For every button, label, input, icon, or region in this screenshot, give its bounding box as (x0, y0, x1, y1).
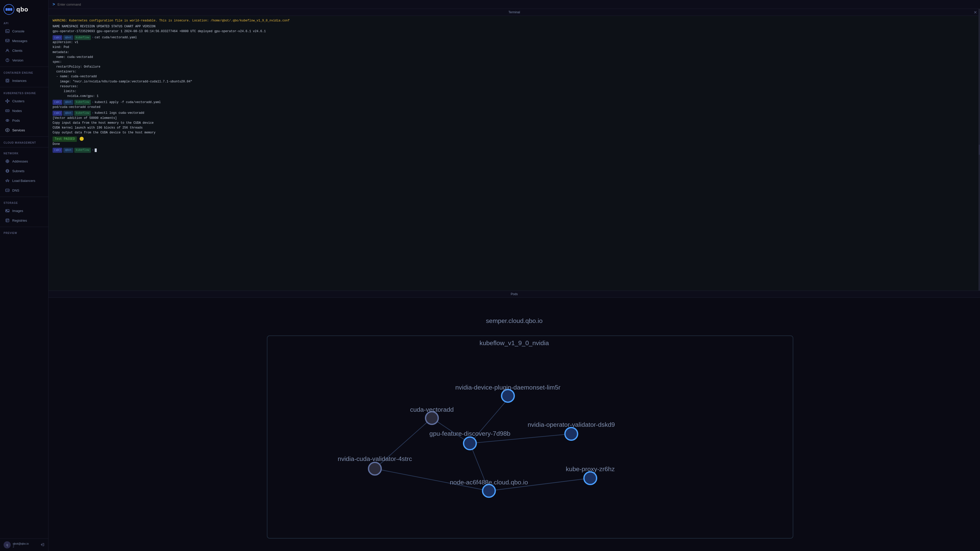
section-storage: STORAGE (0, 198, 48, 206)
terminal-table-header: NAME NAMESPACE REVISION UPDATED STATUS C… (52, 24, 976, 29)
svg-point-17 (9, 101, 10, 102)
section-preview: PREVIEW (0, 229, 48, 236)
cmd2-prompt: (qb) (52, 100, 62, 105)
terminal-header: Terminal ✕ (48, 9, 980, 16)
sidebar-item-label: Nodes (12, 109, 22, 113)
sidebar-item-images[interactable]: Images (2, 206, 47, 215)
sidebar-item-messages[interactable]: Messages (2, 36, 47, 45)
section-api: API (0, 19, 48, 26)
logout-button[interactable] (41, 543, 45, 548)
sidebar-item-label: Clusters (12, 99, 24, 103)
network-graph: semper.cloud.qbo.io kubeflow_v1_9_0_nvid… (48, 298, 980, 551)
lb-icon (5, 178, 10, 183)
sidebar-item-load-balancers[interactable]: Load Balancers (2, 176, 47, 185)
node-nvidia-operator-validator[interactable] (565, 427, 578, 440)
done-text: Done (52, 142, 976, 147)
node-label-gpu-feature: gpu-feature-discovery-7d98b (430, 430, 511, 437)
svg-point-21 (7, 120, 8, 121)
svg-point-23 (7, 130, 8, 130)
svg-point-25 (7, 161, 8, 162)
pods-header: Pods (48, 291, 980, 298)
terminal-resize-handle[interactable] (978, 9, 980, 291)
node-nvidia-cuda-validator[interactable] (369, 462, 381, 475)
status-dot (80, 137, 84, 141)
sidebar-item-label: Clients (12, 49, 22, 52)
log-output: [Vector addition of 50000 elements] Copy… (52, 116, 976, 135)
svg-rect-45 (267, 336, 793, 538)
sidebar-item-addresses[interactable]: Addresses (2, 157, 47, 166)
logo-icon (3, 4, 14, 15)
sidebar-item-console[interactable]: Console (2, 27, 47, 36)
pods-content: semper.cloud.qbo.io kubeflow_v1_9_0_nvid… (48, 298, 980, 551)
sidebar-item-label: DNS (12, 189, 19, 192)
sidebar-item-label: Registries (12, 219, 27, 222)
cmd1-text: cat cuda/vectoradd.yaml (95, 35, 137, 40)
divider-6 (0, 227, 48, 227)
terminal-cmd3: (qb) qbot kubeflow › kubectl logs cuda-v… (52, 111, 976, 116)
sidebar-item-clients[interactable]: Clients (2, 46, 47, 55)
node-label-cuda-validator: nvidia-cuda-validator-4strc (338, 455, 412, 462)
divider-1 (0, 67, 48, 67)
terminal-content[interactable]: WARNING: Kubernetes configuration file i… (48, 16, 980, 291)
sidebar-item-subnets[interactable]: Subnets (2, 166, 47, 176)
node-gpu-feature-discovery[interactable] (463, 437, 476, 450)
terminal-warning: WARNING: Kubernetes configuration file i… (52, 18, 976, 23)
cmd1-ns: kubeflow (74, 35, 91, 40)
dns-icon (5, 188, 10, 192)
node-label-nvidia-operator: nvidia-operator-validator-dskd9 (528, 421, 615, 428)
test-passed-line: Test PASSED (52, 137, 976, 142)
terminal-icon (5, 29, 10, 33)
node-label-ac6f: node-ac6f488e.cloud.qbo.io (450, 479, 528, 486)
cmd1-user: qbot (63, 35, 73, 40)
divider-5 (0, 197, 48, 197)
sidebar-item-label: Instances (12, 79, 27, 83)
sidebar-item-services[interactable]: Services (2, 125, 47, 135)
footer-user[interactable]: q qbot@qbo.io 2 (3, 541, 29, 548)
sidebar-item-dns[interactable]: DNS (2, 186, 47, 195)
panels: Terminal ✕ WARNING: Kubernetes configura… (48, 9, 980, 551)
svg-point-15 (7, 102, 8, 103)
terminal-cmd1: (qb) qbot kubeflow › cat cuda/vectoradd.… (52, 35, 976, 40)
sidebar-item-clusters[interactable]: Clusters (2, 97, 47, 106)
divider-4 (0, 147, 48, 148)
sidebar: qbo API Console Messages (0, 0, 48, 551)
version-icon (5, 58, 10, 62)
client-icon (5, 48, 10, 53)
sidebar-item-registries[interactable]: Registries (2, 216, 47, 225)
logo[interactable]: qbo (0, 0, 48, 19)
sidebar-item-instances[interactable]: Instances (2, 76, 47, 85)
terminal-cursor (95, 148, 97, 152)
terminal-close-button[interactable]: ✕ (974, 10, 977, 15)
sidebar-item-version[interactable]: Version (2, 56, 47, 65)
command-input[interactable] (57, 3, 976, 6)
logo-text: qbo (16, 6, 28, 13)
node-ac6f488e[interactable] (483, 484, 495, 497)
sidebar-item-label: Load Balancers (12, 179, 35, 183)
pods-title: Pods (511, 292, 517, 296)
sidebar-item-label: Services (12, 128, 25, 132)
test-passed-badge: Test PASSED (52, 137, 77, 142)
svg-point-16 (6, 101, 6, 102)
graph-top-label: semper.cloud.qbo.io (486, 318, 542, 324)
user-badge: 2 (13, 545, 29, 548)
message-icon (5, 38, 10, 43)
node-kube-proxy[interactable] (584, 472, 597, 485)
sidebar-item-nodes[interactable]: Nodes (2, 106, 47, 115)
user-email: qbot@qbo.io (13, 542, 29, 545)
svg-rect-33 (6, 180, 9, 181)
node-icon (5, 108, 10, 113)
divider-3 (0, 137, 48, 137)
terminal-table-row: gpu-operator-1723529693 gpu-operator 1 2… (52, 29, 976, 34)
svg-rect-3 (10, 8, 12, 11)
terminal-cmd2: (qb) qbot kubeflow › kubectl apply -f cu… (52, 100, 976, 105)
node-cuda-vectoradd[interactable] (425, 412, 438, 424)
address-icon (5, 159, 10, 164)
service-icon (5, 128, 10, 132)
svg-rect-12 (6, 80, 8, 81)
svg-point-20 (6, 119, 9, 121)
user-info: qbot@qbo.io 2 (13, 542, 29, 548)
sidebar-item-pods[interactable]: Pods (2, 116, 47, 125)
node-nvidia-device-plugin[interactable] (501, 389, 514, 402)
yaml-output: apiVersion: v1 kind: Pod metadata: name:… (52, 40, 976, 99)
node-label-cuda-vectoradd: cuda-vectoradd (410, 406, 454, 413)
